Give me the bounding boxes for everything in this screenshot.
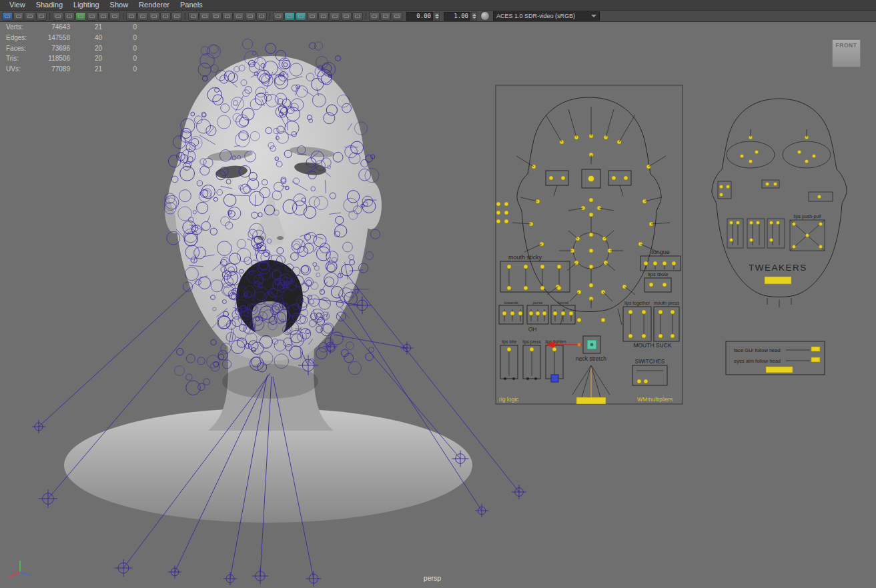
gui-control-dot[interactable] [805,159,808,163]
eyes-follow-toggle[interactable] [811,357,820,362]
gui-control-dot[interactable] [589,283,593,287]
menu-lighting[interactable]: Lighting [68,0,105,10]
gui-control-dot[interactable] [624,176,628,180]
tweakers-slider-bar[interactable] [765,277,791,284]
resolution-gate-icon[interactable] [211,12,222,21]
gui-control-dot[interactable] [819,222,822,225]
gamma-spinner[interactable] [471,12,477,21]
exposure-spinner[interactable] [434,12,440,21]
viewport-canvas[interactable]: mouth sticky towards purse funnel OH lip… [0,0,876,588]
menu-panels[interactable]: Panels [175,0,208,10]
gui-control-dot[interactable] [589,249,593,253]
camera-attributes-icon[interactable] [126,12,137,21]
gui-control-dot[interactable] [659,334,663,338]
gui-control-dot[interactable] [504,219,508,223]
gui-control-dot[interactable] [557,265,561,269]
gui-control-dot[interactable] [504,211,508,215]
grid-icon[interactable] [188,12,199,21]
gui-control-dot[interactable] [769,221,773,224]
color-management-icon[interactable] [480,11,490,21]
blue-control-handle[interactable] [551,375,558,382]
gui-control-dot[interactable] [507,265,511,269]
tweakers-left-box[interactable] [718,181,731,199]
menu-show[interactable]: Show [105,0,134,10]
menu-renderer[interactable]: Renderer [133,0,175,10]
snap-to-projected-center-icon[interactable] [87,12,97,21]
gui-control-dot[interactable] [805,233,809,237]
xray-icon[interactable] [380,12,391,21]
gui-control-dot[interactable] [792,245,795,248]
gui-control-dot[interactable] [644,379,648,383]
gui-control-dot[interactable] [749,238,753,241]
anti-aliasing-icon[interactable] [352,12,363,21]
field-chart-icon[interactable] [234,12,244,21]
gui-control-dot[interactable] [540,286,544,290]
snap-to-view-planes-icon[interactable] [98,12,109,21]
gui-control-dot[interactable] [817,195,821,198]
snap-to-points-icon[interactable] [75,12,86,21]
exposure-field[interactable] [406,12,433,21]
gui-control-dot[interactable] [642,310,646,314]
safe-title-icon[interactable] [256,12,267,21]
gui-control-dot[interactable] [719,185,723,188]
gui-control-dot[interactable] [729,221,733,224]
gui-control-dot[interactable] [524,286,528,290]
gui-control-dot[interactable] [792,222,795,225]
lighting-icon[interactable] [318,12,329,21]
gui-control-dot[interactable] [612,176,616,180]
view-transform-dropdown[interactable]: ACES 1.0 SDR-video (sRGB) [493,11,600,21]
gui-control-dot[interactable] [663,261,667,265]
gui-control-dot[interactable] [577,318,581,322]
gui-control-dot[interactable] [719,193,723,196]
gui-control-dot[interactable] [729,238,733,241]
gui-control-dot[interactable] [644,261,648,265]
gui-control-dot[interactable] [736,221,739,224]
gui-control-dot[interactable] [642,334,646,338]
gui-control-dot[interactable] [589,265,593,269]
textured-icon[interactable] [296,12,306,21]
make-live-icon[interactable] [109,12,120,21]
select-tool-icon[interactable] [2,12,13,21]
gui-control-dot[interactable] [588,175,594,181]
gui-control-dot[interactable] [569,311,573,315]
image-plane-icon[interactable] [149,12,159,21]
paint-select-icon[interactable] [25,12,35,21]
gui-control-dot[interactable] [628,334,632,338]
gui-control-dot[interactable] [726,185,729,188]
gui-control-dot[interactable] [812,154,815,157]
menu-shading[interactable]: Shading [31,0,68,10]
gui-control-dot[interactable] [536,311,540,315]
gui-control-dot[interactable] [663,283,667,287]
gui-control-dot[interactable] [769,238,773,241]
gui-control-dot[interactable] [659,310,663,314]
film-gate-icon[interactable] [199,12,210,21]
tweakers-left-eye-region[interactable] [727,141,775,168]
lips-blow-box[interactable] [644,278,671,292]
isolate-select-icon[interactable] [369,12,380,21]
gui-control-dot[interactable] [773,182,777,185]
gui-control-dot[interactable] [496,219,500,223]
gui-control-dot[interactable] [637,379,641,383]
gui-control-dot[interactable] [518,311,522,315]
gui-control-dot[interactable] [776,221,779,224]
gamma-field[interactable] [444,12,470,21]
gui-dot-black[interactable] [504,377,506,380]
gui-control-dot[interactable] [765,182,769,185]
select-by-component-icon[interactable] [36,12,47,21]
shadows-icon[interactable] [330,12,340,21]
grease-pencil-icon[interactable] [171,12,182,21]
gui-control-dot[interactable] [542,311,546,315]
use-default-material-icon[interactable] [307,12,318,21]
gui-control-dot[interactable] [529,311,533,315]
gui-control-dot[interactable] [561,176,565,180]
gui-control-dot[interactable] [553,311,557,315]
gui-control-dot[interactable] [507,286,511,290]
backface-culling-icon[interactable] [392,12,402,21]
gui-control-dot[interactable] [530,347,534,351]
gui-control-dot[interactable] [749,221,753,224]
snap-to-curves-icon[interactable] [64,12,75,21]
screen-space-ao-icon[interactable] [341,12,352,21]
wireframe-icon[interactable] [273,12,284,21]
gui-control-dot[interactable] [671,334,675,338]
gui-control-dot[interactable] [589,233,593,237]
